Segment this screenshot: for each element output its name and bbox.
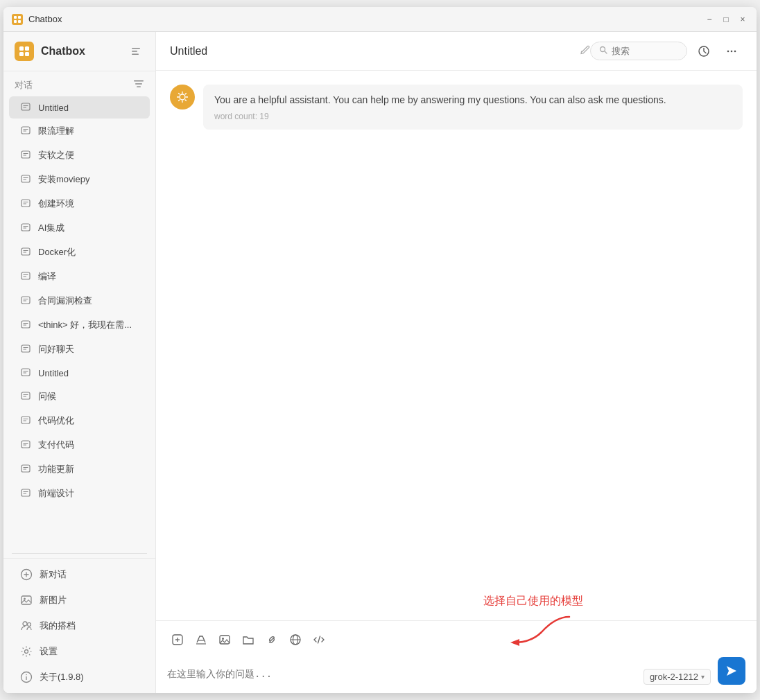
chevron-down-icon: ▾ xyxy=(701,673,705,681)
my-partners-button[interactable]: 我的搭档 xyxy=(9,613,150,638)
svg-rect-41 xyxy=(21,321,30,328)
clear-button[interactable] xyxy=(191,629,211,650)
svg-rect-44 xyxy=(21,345,30,352)
conversations-label: 对话 xyxy=(15,79,33,91)
chat-header-actions xyxy=(590,40,743,62)
sidebar-item-untitled-1[interactable]: Untitled xyxy=(9,96,150,119)
globe-button[interactable] xyxy=(285,629,306,650)
sidebar-item-anruanzhi[interactable]: 安软之便 xyxy=(9,143,150,167)
conversation-label: Untitled xyxy=(38,368,139,378)
svg-rect-7 xyxy=(25,52,29,56)
svg-rect-13 xyxy=(137,87,141,88)
sidebar-item-untitled-2[interactable]: Untitled xyxy=(9,362,150,384)
sidebar-item-ai-integration[interactable]: AI集成 xyxy=(9,216,150,240)
sidebar-item-feature-update[interactable]: 功能更新 xyxy=(9,457,150,481)
svg-rect-0 xyxy=(14,16,17,19)
system-message-content: You are a helpful assistant. You can hel… xyxy=(203,85,743,130)
svg-rect-2 xyxy=(14,20,17,23)
sidebar-bottom: 新对话 新图片 xyxy=(3,558,155,693)
system-avatar xyxy=(170,85,195,110)
history-button[interactable] xyxy=(693,40,715,62)
minimize-button[interactable]: − xyxy=(704,14,715,25)
svg-rect-14 xyxy=(21,103,30,110)
svg-rect-6 xyxy=(19,52,24,56)
svg-point-69 xyxy=(24,598,26,600)
sidebar-item-payment-code[interactable]: 支付代码 xyxy=(9,433,150,457)
conversation-label: <think> 好，我现在需... xyxy=(38,319,139,331)
chat-icon xyxy=(20,125,31,137)
model-name-label: grok-2-1212 xyxy=(650,672,698,682)
conversation-label: 合同漏洞检查 xyxy=(38,295,139,307)
chat-title: Untitled xyxy=(170,45,576,58)
collapse-sidebar-button[interactable] xyxy=(128,43,144,60)
conversation-label: 编译 xyxy=(38,270,139,283)
sidebar-item-greet-chat[interactable]: 问好聊天 xyxy=(9,338,150,361)
svg-rect-5 xyxy=(25,46,29,51)
sidebar-item-code-optimize[interactable]: 代码优化 xyxy=(9,409,150,432)
svg-rect-29 xyxy=(21,224,30,231)
sidebar-logo xyxy=(15,42,34,61)
sidebar-item-greeting[interactable]: 问候 xyxy=(9,385,150,408)
folder-button[interactable] xyxy=(238,629,259,650)
chat-input-field[interactable] xyxy=(167,668,637,685)
svg-rect-8 xyxy=(132,48,140,49)
about-button[interactable]: 关于(1.9.8) xyxy=(9,665,150,690)
chat-icon xyxy=(20,464,31,475)
conversation-label: 问好聊天 xyxy=(38,343,139,356)
settings-icon xyxy=(20,645,33,658)
sidebar-item-compile[interactable]: 编译 xyxy=(9,265,150,288)
chat-icon xyxy=(20,415,31,426)
filter-conversations-button[interactable] xyxy=(133,78,144,91)
model-selector[interactable]: grok-2-1212 ▾ xyxy=(644,669,711,685)
sidebar-item-create-env[interactable]: 创建环境 xyxy=(9,192,150,216)
main-layout: Chatbox 对话 xyxy=(3,32,757,693)
svg-rect-68 xyxy=(21,596,31,604)
svg-rect-11 xyxy=(134,80,144,82)
sidebar-item-limited-flow[interactable]: 限流理解 xyxy=(9,119,150,143)
conversation-label: 安装moviepy xyxy=(38,173,139,186)
link-button[interactable] xyxy=(261,629,282,650)
code-button[interactable] xyxy=(309,629,329,650)
sidebar-item-install-moviepy[interactable]: 安装moviepy xyxy=(9,168,150,191)
input-row: grok-2-1212 ▾ xyxy=(167,657,745,685)
attach-button[interactable] xyxy=(167,629,188,650)
more-options-button[interactable] xyxy=(720,40,743,62)
image-upload-button[interactable] xyxy=(214,629,235,650)
maximize-button[interactable]: □ xyxy=(720,14,732,25)
search-input[interactable] xyxy=(612,46,678,56)
close-button[interactable]: × xyxy=(737,14,748,25)
edit-title-icon[interactable] xyxy=(580,45,590,57)
svg-point-80 xyxy=(731,50,733,52)
new-chat-button[interactable]: 新对话 xyxy=(9,562,150,587)
titlebar: Chatbox − □ × xyxy=(3,7,757,32)
chat-icon xyxy=(20,102,31,113)
svg-rect-59 xyxy=(21,465,30,472)
partners-icon xyxy=(20,620,33,632)
svg-rect-26 xyxy=(21,200,30,207)
svg-rect-10 xyxy=(132,54,139,55)
chat-input-area: grok-2-1212 ▾ xyxy=(156,620,757,693)
search-box xyxy=(590,42,687,60)
sidebar-item-docker[interactable]: Docker化 xyxy=(9,240,150,264)
app-icon xyxy=(12,14,23,25)
chat-icon xyxy=(20,174,31,185)
sidebar-item-think[interactable]: <think> 好，我现在需... xyxy=(9,313,150,337)
chat-icon xyxy=(20,488,31,499)
settings-button[interactable]: 设置 xyxy=(9,639,150,664)
input-toolbar xyxy=(167,629,745,650)
svg-point-70 xyxy=(23,622,27,626)
new-image-button[interactable]: 新图片 xyxy=(9,588,150,613)
sidebar-divider xyxy=(12,553,147,554)
svg-rect-53 xyxy=(21,417,30,423)
sidebar-item-frontend-design[interactable]: 前端设计 xyxy=(9,482,150,505)
conversation-label: Untitled xyxy=(38,103,139,113)
svg-rect-20 xyxy=(21,151,30,158)
search-icon xyxy=(599,46,607,56)
svg-rect-47 xyxy=(21,369,30,376)
sidebar-item-contract-check[interactable]: 合同漏洞检查 xyxy=(9,289,150,313)
chat-icon xyxy=(20,150,31,161)
send-button[interactable] xyxy=(718,657,745,685)
chat-header: Untitled xyxy=(156,32,757,71)
app-window: Chatbox − □ × Chatbox xyxy=(3,7,757,693)
conversation-label: 前端设计 xyxy=(38,487,139,500)
